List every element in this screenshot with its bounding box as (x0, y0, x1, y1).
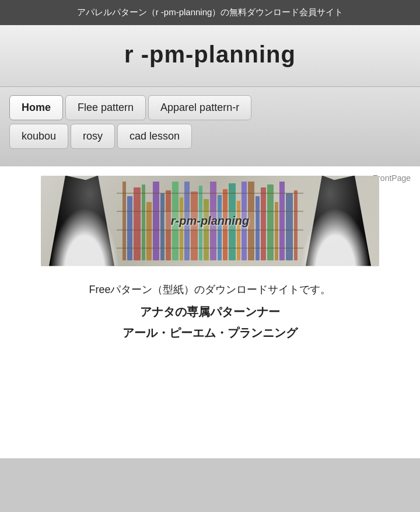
nav-item-koubou[interactable]: koubou (9, 124, 68, 149)
content-line2: アナタの専属パターンナー (23, 301, 397, 322)
site-title: r -pm-planning (9, 41, 411, 68)
site-header: r -pm-planning (0, 25, 420, 87)
shelf-line (117, 248, 303, 249)
nav-row-2: koubourosycad lesson (9, 124, 411, 149)
content-line3: アール・ピーエム・プランニング (23, 322, 397, 343)
top-bar-text: アパレルパターン（r -pm-planning）の無料ダウンロード会員サイト (77, 7, 344, 17)
nav-item-flee-pattern[interactable]: Flee pattern (65, 95, 146, 120)
shelf-line (117, 193, 303, 194)
nav-container: HomeFlee patternApparel pattern-r koubou… (0, 87, 420, 162)
main-content: FrontPage r-pm-planning Freeパタ (0, 166, 420, 458)
banner-image: r-pm-planning (41, 176, 379, 266)
content-text: Freeパターン（型紙）のダウンロードサイトです。 アナタの専属パターンナー ア… (0, 266, 420, 355)
nav-item-cad-lesson[interactable]: cad lesson (117, 124, 192, 149)
banner-container: r-pm-planning (0, 166, 420, 266)
nav-row-1: HomeFlee patternApparel pattern-r (9, 95, 411, 120)
banner-skirt-right (300, 208, 370, 266)
nav-item-apparel-pattern-r[interactable]: Apparel pattern-r (148, 95, 251, 120)
nav-item-home[interactable]: Home (9, 95, 63, 120)
banner-text: r-pm-planning (164, 212, 256, 230)
content-line1: Freeパターン（型紙）のダウンロードサイトです。 (23, 280, 397, 299)
nav-item-rosy[interactable]: rosy (71, 124, 115, 149)
top-bar: アパレルパターン（r -pm-planning）の無料ダウンロード会員サイト (0, 0, 420, 25)
banner-skirt-left (50, 208, 120, 266)
